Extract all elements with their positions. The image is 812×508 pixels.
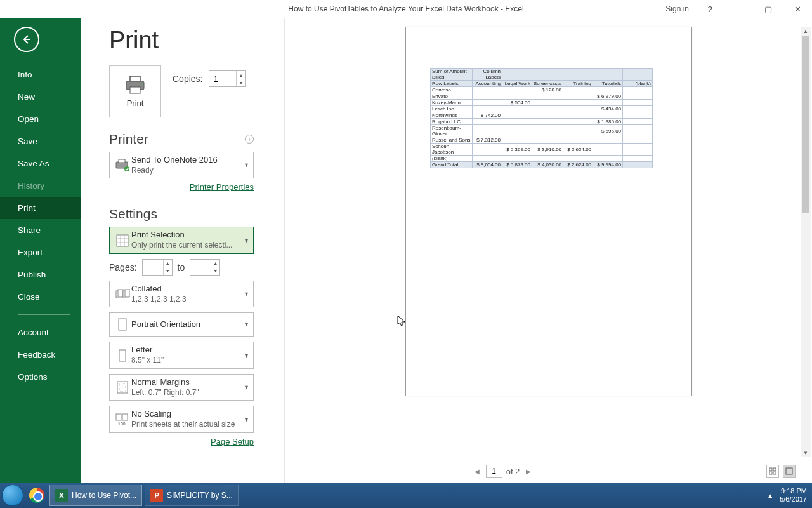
preview-page: Sum of Amount BilledColumn LabelsRow Lab… <box>405 27 692 396</box>
svg-rect-1 <box>130 76 140 81</box>
pages-to-input[interactable] <box>190 260 211 275</box>
system-tray: ▲ 9:18 PM 5/6/2017 <box>767 487 812 503</box>
minimize-button[interactable]: — <box>724 0 754 18</box>
svg-rect-28 <box>786 468 792 474</box>
taskbar: X How to Use Pivot... P SIMPLICITY by S.… <box>0 483 812 508</box>
sidebar-item-share[interactable]: Share <box>0 219 81 241</box>
printer-dropdown[interactable]: Send To OneNote 2016 Ready ▼ <box>109 152 254 178</box>
scroll-down-icon[interactable]: ▼ <box>801 448 811 457</box>
chevron-down-icon: ▼ <box>241 237 249 244</box>
sidebar-item-info[interactable]: Info <box>0 64 81 86</box>
help-button[interactable]: ? <box>695 0 724 18</box>
paper-sub: 8.5" x 11" <box>131 356 241 366</box>
backstage-sidebar: Info New Open Save Save As History Print… <box>0 18 81 483</box>
chevron-down-icon: ▼ <box>241 321 249 328</box>
scaling-title: No Scaling <box>131 409 241 420</box>
sidebar-item-open[interactable]: Open <box>0 108 81 130</box>
tray-chevron-icon[interactable]: ▲ <box>767 492 773 499</box>
scaling-sub: Print sheets at their actual size <box>131 420 241 430</box>
sidebar-item-history: History <box>0 175 81 197</box>
signin-link[interactable]: Sign in <box>659 4 695 13</box>
sidebar-item-export[interactable]: Export <box>0 241 81 264</box>
sidebar-item-options[interactable]: Options <box>0 366 81 388</box>
pages-from-spinner[interactable]: ▲▼ <box>142 259 173 276</box>
vertical-scrollbar[interactable]: ▲ ▼ <box>801 27 811 457</box>
print-button[interactable]: Print <box>109 65 161 117</box>
clock[interactable]: 9:18 PM 5/6/2017 <box>780 487 807 503</box>
collation-title: Collated <box>131 284 241 295</box>
print-area-dropdown[interactable]: Print Selection Only print the current s… <box>109 227 254 253</box>
chrome-icon[interactable] <box>29 488 44 503</box>
taskbar-powerpoint[interactable]: P SIMPLICITY by S... <box>145 485 239 506</box>
scroll-up-icon[interactable]: ▲ <box>801 27 811 36</box>
sidebar-item-close[interactable]: Close <box>0 286 81 308</box>
start-button[interactable] <box>0 483 25 508</box>
total-pages-label: of 2 <box>506 467 520 476</box>
sidebar-separator <box>18 314 70 315</box>
svg-rect-18 <box>119 350 126 361</box>
copies-down[interactable]: ▼ <box>237 79 245 86</box>
sidebar-item-saveas[interactable]: Save As <box>0 152 81 175</box>
svg-rect-3 <box>130 87 140 93</box>
sidebar-item-new[interactable]: New <box>0 86 81 108</box>
window-title: How to Use PivotTables to Analyze Your E… <box>288 4 523 13</box>
svg-point-7 <box>124 166 129 171</box>
pages-from-input[interactable] <box>143 260 163 275</box>
svg-rect-24 <box>769 468 772 471</box>
pages-label: Pages: <box>109 262 137 272</box>
taskbar-excel[interactable]: X How to Use Pivot... <box>49 485 142 506</box>
page-number-input[interactable] <box>486 465 502 478</box>
pages-to-spinner[interactable]: ▲▼ <box>190 259 220 276</box>
print-settings-panel: Print Print Copies: ▲▼ <box>81 18 284 483</box>
svg-rect-22 <box>122 414 128 420</box>
sidebar-item-save[interactable]: Save <box>0 130 81 152</box>
sidebar-item-feedback[interactable]: Feedback <box>0 344 81 366</box>
settings-heading: Settings <box>109 206 157 222</box>
next-page-button[interactable]: ▶ <box>523 468 534 475</box>
paper-title: Letter <box>131 345 241 356</box>
paper-dropdown[interactable]: Letter 8.5" x 11" ▼ <box>109 342 254 368</box>
printer-status: Ready <box>131 166 241 176</box>
svg-rect-6 <box>119 159 125 163</box>
margins-icon <box>114 380 131 394</box>
sidebar-item-account[interactable]: Account <box>0 321 81 344</box>
close-button[interactable]: ✕ <box>783 0 812 18</box>
scaling-dropdown[interactable]: 100 No Scaling Print sheets at their act… <box>109 406 254 432</box>
chevron-down-icon: ▼ <box>241 162 249 168</box>
printer-heading: Printer <box>109 131 148 147</box>
chevron-down-icon: ▼ <box>241 291 249 297</box>
powerpoint-icon: P <box>150 489 163 502</box>
sidebar-item-publish[interactable]: Publish <box>0 264 81 286</box>
printer-info-icon[interactable]: i <box>245 135 254 144</box>
chevron-down-icon: ▼ <box>241 384 249 391</box>
show-margins-button[interactable] <box>766 465 779 478</box>
copies-up[interactable]: ▲ <box>237 71 245 79</box>
scaling-icon: 100 <box>114 413 131 427</box>
page-setup-link[interactable]: Page Setup <box>211 437 254 446</box>
printer-icon <box>124 76 146 95</box>
preview-panel: Sum of Amount BilledColumn LabelsRow Lab… <box>284 18 812 483</box>
portrait-icon <box>114 318 131 331</box>
sidebar-item-print[interactable]: Print <box>0 197 81 219</box>
prev-page-button[interactable]: ◀ <box>472 468 482 475</box>
margins-sub: Left: 0.7" Right: 0.7" <box>131 388 241 398</box>
orientation-title: Portrait Orientation <box>131 319 241 330</box>
paper-icon <box>114 349 131 363</box>
orientation-dropdown[interactable]: Portrait Orientation ▼ <box>109 312 254 337</box>
start-orb-icon <box>2 485 23 506</box>
scroll-thumb[interactable] <box>802 36 809 213</box>
margins-dropdown[interactable]: Normal Margins Left: 0.7" Right: 0.7" ▼ <box>109 374 254 401</box>
preview-table: Sum of Amount BilledColumn LabelsRow Lab… <box>430 68 653 168</box>
printer-properties-link[interactable]: Printer Properties <box>190 182 254 192</box>
zoom-to-page-button[interactable] <box>783 465 796 478</box>
svg-rect-14 <box>118 290 123 297</box>
taskbar-ppt-label: SIMPLICITY by S... <box>167 491 233 500</box>
margins-title: Normal Margins <box>131 377 241 388</box>
copies-spinner[interactable]: ▲▼ <box>209 70 246 87</box>
collation-dropdown[interactable]: Collated 1,2,3 1,2,3 1,2,3 ▼ <box>109 281 254 307</box>
maximize-button[interactable]: ▢ <box>754 0 783 18</box>
copies-input[interactable] <box>209 71 236 86</box>
svg-rect-27 <box>773 472 776 474</box>
taskbar-excel-label: How to Use Pivot... <box>72 491 136 500</box>
back-button[interactable] <box>14 27 39 52</box>
